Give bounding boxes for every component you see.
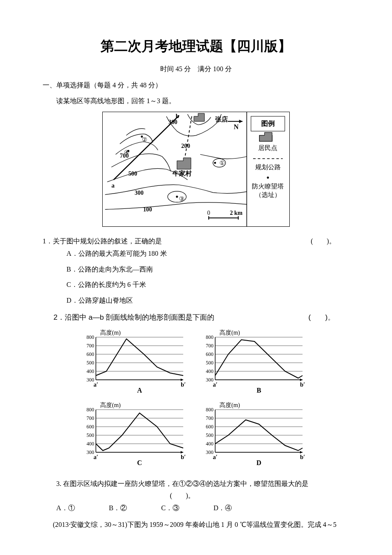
svg-text:b′: b′ <box>181 382 186 388</box>
profile-charts: 高度(m)300400500600700800a′b′A高度(m)3004005… <box>43 329 349 474</box>
section-header: 一、单项选择题（每题 4 分，共 48 分） <box>43 79 349 92</box>
label-500: 500 <box>128 171 137 177</box>
svg-text:600: 600 <box>86 424 94 430</box>
q2-blank: ( )。 <box>308 311 335 324</box>
svg-marker-33 <box>181 379 183 381</box>
svg-point-4 <box>267 176 269 179</box>
instruction: 读某地区等高线地形图，回答 1～3 题。 <box>56 95 349 107</box>
question-1: 1．关于图中规划公路的叙述，正确的是 ( )。 A．公路的最大高差可能为 180… <box>43 235 349 307</box>
svg-text:800: 800 <box>206 407 213 413</box>
svg-text:800: 800 <box>86 334 94 340</box>
label-300-top: 300 <box>168 119 177 125</box>
label-zhangdian: 张店 <box>215 116 228 123</box>
q1-opt-a: A．公路的最大高差可能为 180 米 <box>66 248 349 260</box>
label-c3: ③ <box>179 196 184 202</box>
question-3: 3. 在图示区域内拟建一座防火瞭望塔，在①②③④的选址方案中，瞭望范围最大的是 … <box>43 478 349 515</box>
svg-text:700: 700 <box>86 415 94 421</box>
q3-opt-a: A．① <box>56 502 75 515</box>
q1-opt-c: C．公路的长度约为 6 千米 <box>66 279 349 291</box>
svg-text:500: 500 <box>206 432 213 438</box>
q1-blank: ( )。 <box>311 235 336 248</box>
svg-text:B: B <box>257 387 261 394</box>
svg-text:700: 700 <box>86 343 94 349</box>
svg-marker-90 <box>300 451 303 454</box>
svg-text:a′: a′ <box>94 454 98 460</box>
svg-text:高度(m): 高度(m) <box>100 330 121 336</box>
label-niujiacun: 牛家村 <box>172 170 192 177</box>
svg-text:500: 500 <box>86 360 94 366</box>
svg-text:400: 400 <box>86 368 94 374</box>
label-c4: ④ <box>124 149 130 156</box>
page-title: 第二次月考地理试题【四川版】 <box>43 34 349 59</box>
label-200: 200 <box>181 143 190 149</box>
svg-marker-52 <box>300 379 303 381</box>
legend-settlement: 居民点 <box>258 145 277 151</box>
svg-text:A: A <box>137 387 142 394</box>
svg-text:700: 700 <box>206 415 213 421</box>
scale-0: 0 <box>207 210 210 216</box>
svg-text:C: C <box>137 459 142 466</box>
scale-2km: 2 km <box>230 210 242 216</box>
label-300-bot: 300 <box>135 190 144 196</box>
svg-point-14 <box>214 162 216 164</box>
label-c2: ② <box>142 136 147 143</box>
legend-tower2: （选址） <box>255 191 281 198</box>
q2-text: 2．沿图中 a—b 剖面线绘制的地形剖面图是下面的 <box>54 311 215 324</box>
svg-text:a′: a′ <box>94 382 98 388</box>
svg-text:800: 800 <box>206 334 213 340</box>
q3-opt-d: D．④ <box>213 502 232 515</box>
subtitle: 时间 45 分 满分 100 分 <box>43 63 349 75</box>
svg-text:400: 400 <box>206 441 213 447</box>
q3-text: 3. 在图示区域内拟建一座防火瞭望塔，在①②③④的选址方案中，瞭望范围最大的是 <box>56 478 349 490</box>
citation: (2013·安徽文综，30～31)下图为 1959～2009 年秦岭山地 1 月… <box>53 519 349 531</box>
svg-text:600: 600 <box>86 351 94 357</box>
svg-text:高度(m): 高度(m) <box>219 402 240 409</box>
north-label: N <box>234 123 239 130</box>
legend-tower: 防火瞭望塔 <box>252 183 284 190</box>
svg-text:500: 500 <box>206 360 213 366</box>
svg-marker-71 <box>181 451 183 454</box>
q3-blank: ( )。 <box>56 490 308 502</box>
svg-text:b′: b′ <box>300 454 305 460</box>
label-100: 100 <box>143 206 152 213</box>
q3-opt-c: C．③ <box>161 502 179 515</box>
svg-point-16 <box>176 196 178 198</box>
q1-opt-b: B．公路的走向为东北—西南 <box>66 263 349 276</box>
svg-text:700: 700 <box>206 343 213 349</box>
svg-text:高度(m): 高度(m) <box>219 330 240 336</box>
q3-opt-b: B．② <box>109 502 127 515</box>
label-b: b <box>176 113 179 119</box>
svg-text:400: 400 <box>206 368 213 374</box>
q1-text: 1．关于图中规划公路的叙述，正确的是 <box>43 235 162 248</box>
svg-text:500: 500 <box>86 432 94 438</box>
contour-map: 图例 居民点 规划公路 防火瞭望塔 （选址） <box>43 112 349 227</box>
svg-text:b′: b′ <box>300 382 305 388</box>
svg-marker-10 <box>239 120 242 123</box>
svg-text:高度(m): 高度(m) <box>100 402 121 409</box>
question-2: 2．沿图中 a—b 剖面线绘制的地形剖面图是下面的 ( )。 <box>43 311 349 324</box>
svg-text:300: 300 <box>86 449 94 455</box>
svg-text:D: D <box>257 459 262 466</box>
svg-text:300: 300 <box>206 377 213 383</box>
svg-text:a′: a′ <box>213 382 218 388</box>
svg-text:a′: a′ <box>213 454 218 460</box>
legend-road: 规划公路 <box>255 164 281 171</box>
svg-text:b′: b′ <box>181 454 186 460</box>
label-c1: ① <box>219 160 225 166</box>
svg-text:600: 600 <box>206 424 213 430</box>
legend-title: 图例 <box>261 120 275 127</box>
q1-opt-d: D．公路穿越山脊地区 <box>66 295 349 307</box>
svg-text:400: 400 <box>86 441 94 447</box>
label-a: a <box>111 182 115 189</box>
svg-text:300: 300 <box>86 377 94 383</box>
svg-text:600: 600 <box>206 351 213 357</box>
svg-text:300: 300 <box>206 449 213 455</box>
svg-text:800: 800 <box>86 407 94 413</box>
